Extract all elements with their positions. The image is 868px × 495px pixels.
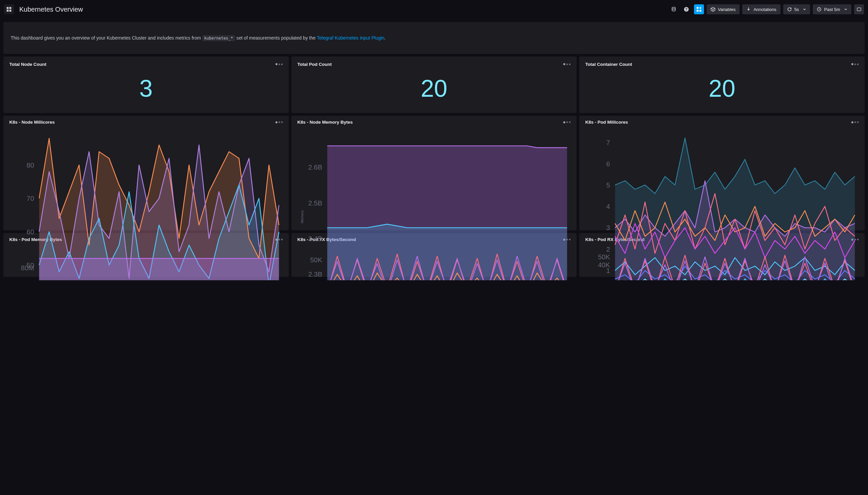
- chart-area[interactable]: 40K50K: [585, 244, 859, 280]
- chart-cell: K8s - Node Memory Bytes Memory2.3B2.4B2.…: [291, 116, 577, 231]
- cell-menu-button[interactable]: [276, 63, 283, 65]
- banner-link[interactable]: Telegraf Kubernetes Input Plugin: [317, 35, 384, 40]
- chevron-down-icon: [844, 7, 847, 11]
- info-banner: This dashboard gives you an overview of …: [3, 22, 865, 54]
- svg-text:50K: 50K: [598, 253, 610, 261]
- cell-title: K8s - Node Millicores: [9, 120, 55, 125]
- svg-text:50K: 50K: [310, 256, 322, 263]
- refresh-value: 5s: [795, 7, 799, 12]
- refresh-dropdown[interactable]: 5s: [783, 4, 811, 14]
- svg-text:4: 4: [606, 203, 610, 210]
- cell-menu-button[interactable]: [276, 121, 283, 123]
- svg-point-4: [672, 7, 675, 8]
- svg-rect-1: [9, 7, 11, 9]
- svg-rect-11: [857, 8, 861, 11]
- banner-code: kubernetes_*: [202, 35, 235, 41]
- cell-title: K8s - Node Memory Bytes: [297, 120, 353, 125]
- svg-text:2.6B: 2.6B: [308, 163, 322, 171]
- svg-rect-3: [9, 10, 11, 12]
- time-range-dropdown[interactable]: Past 5m: [813, 4, 851, 14]
- svg-text:6: 6: [606, 160, 610, 168]
- svg-text:80: 80: [27, 161, 34, 169]
- svg-text:?: ?: [685, 7, 687, 11]
- svg-rect-8: [697, 10, 699, 12]
- stat-value: 20: [585, 68, 859, 109]
- banner-text-post: .: [384, 35, 386, 40]
- svg-text:70: 70: [27, 194, 34, 202]
- stat-cell: Total Node Count 3: [3, 56, 289, 113]
- svg-text:3: 3: [606, 224, 610, 232]
- svg-text:40K: 40K: [598, 261, 610, 269]
- cell-menu-button[interactable]: [563, 121, 571, 123]
- topbar: Kubernetes Overview ? Variables Annotati…: [0, 0, 868, 19]
- dashboard-content: This dashboard gives you an overview of …: [0, 19, 868, 280]
- banner-text-pre: This dashboard gives you an overview of …: [11, 35, 201, 40]
- svg-text:5: 5: [606, 181, 610, 189]
- annotations-button[interactable]: Annotations: [742, 4, 781, 14]
- svg-text:2.5B: 2.5B: [308, 199, 322, 207]
- fullscreen-button[interactable]: [854, 4, 864, 14]
- cell-title: Total Node Count: [9, 62, 46, 67]
- banner-text-mid: set of measurements populated by the: [236, 35, 315, 40]
- chart-cell: K8s - Node Millicores 5060708009:2909:30…: [3, 116, 289, 231]
- chart-cell: K8s - Pod Millicores 0123456709:2909:300…: [579, 116, 865, 231]
- svg-rect-0: [7, 7, 9, 9]
- stat-cell: Total Container Count 20: [579, 56, 865, 113]
- cell-menu-button[interactable]: [563, 63, 571, 65]
- cell-menu-button[interactable]: [851, 63, 859, 65]
- chart-area[interactable]: 70M80M: [9, 244, 283, 280]
- variables-button[interactable]: Variables: [707, 4, 739, 14]
- cell-menu-button[interactable]: [851, 121, 859, 123]
- svg-text:60: 60: [27, 228, 34, 236]
- page-title: Kubernetes Overview: [19, 6, 83, 13]
- svg-text:80M: 80M: [21, 264, 34, 272]
- help-icon[interactable]: ?: [681, 4, 691, 14]
- stat-value: 3: [9, 68, 283, 109]
- cell-title: Total Container Count: [585, 62, 632, 67]
- add-cell-button[interactable]: [694, 4, 704, 14]
- svg-text:2.4B: 2.4B: [308, 235, 322, 242]
- cell-title: K8s - Pod Millicores: [585, 120, 628, 125]
- chart-area[interactable]: 50K: [297, 244, 571, 280]
- time-range-value: Past 5m: [824, 7, 840, 12]
- annotations-label: Annotations: [754, 7, 777, 12]
- variables-label: Variables: [718, 7, 736, 12]
- nav-menu-button[interactable]: [4, 4, 14, 14]
- svg-text:7: 7: [606, 139, 610, 146]
- svg-rect-9: [699, 10, 701, 12]
- svg-rect-7: [697, 7, 699, 9]
- cell-title: Total Pod Count: [297, 62, 332, 67]
- chart-ylabel: Memory: [300, 210, 304, 223]
- stat-cell: Total Pod Count 20: [291, 56, 577, 113]
- chevron-down-icon: [803, 7, 806, 11]
- svg-rect-2: [7, 10, 9, 12]
- stat-value: 20: [297, 68, 571, 109]
- data-explorer-icon[interactable]: [669, 4, 679, 14]
